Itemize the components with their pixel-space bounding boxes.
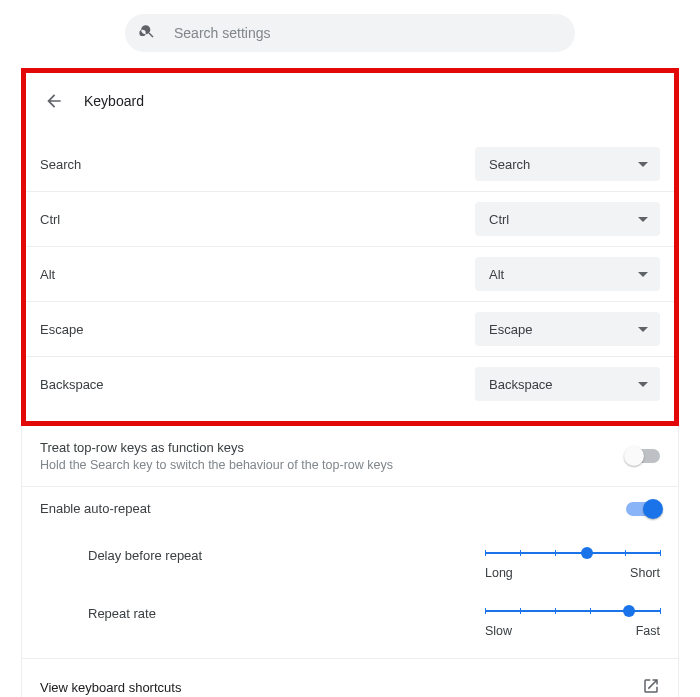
key-mapping-row: EscapeEscape: [26, 301, 674, 356]
dropdown-value: Ctrl: [489, 212, 509, 227]
slider-thumb[interactable]: [581, 547, 593, 559]
key-mapping-row: AltAlt: [26, 246, 674, 301]
key-mapping-label: Ctrl: [40, 212, 60, 227]
key-mapping-dropdown[interactable]: Escape: [475, 312, 660, 346]
search-icon: [139, 23, 156, 43]
delay-slider-row: Delay before repeat Long Short: [40, 532, 660, 590]
view-shortcuts-row[interactable]: View keyboard shortcuts: [22, 658, 678, 697]
chevron-down-icon: [638, 217, 648, 222]
rate-min-label: Slow: [485, 624, 512, 638]
chevron-down-icon: [638, 272, 648, 277]
key-mapping-row: CtrlCtrl: [26, 191, 674, 246]
auto-repeat-row: Enable auto-repeat: [22, 486, 678, 530]
auto-repeat-toggle[interactable]: [626, 502, 660, 516]
key-mapping-dropdown[interactable]: Search: [475, 147, 660, 181]
dropdown-value: Escape: [489, 322, 532, 337]
key-mapping-dropdown[interactable]: Alt: [475, 257, 660, 291]
rate-max-label: Fast: [636, 624, 660, 638]
rate-label: Repeat rate: [88, 604, 156, 621]
function-keys-subtitle: Hold the Search key to switch the behavi…: [40, 458, 393, 472]
function-keys-row: Treat top-row keys as function keys Hold…: [22, 426, 678, 486]
key-mapping-dropdown[interactable]: Ctrl: [475, 202, 660, 236]
key-mapping-label: Alt: [40, 267, 55, 282]
slider-thumb[interactable]: [623, 605, 635, 617]
key-mapping-row: BackspaceBackspace: [26, 356, 674, 411]
rate-slider-row: Repeat rate Slow Fast: [40, 590, 660, 648]
key-mapping-label: Search: [40, 157, 81, 172]
back-button[interactable]: [40, 87, 68, 115]
key-mapping-dropdown[interactable]: Backspace: [475, 367, 660, 401]
auto-repeat-title: Enable auto-repeat: [40, 501, 151, 516]
delay-max-label: Short: [630, 566, 660, 580]
dropdown-value: Search: [489, 157, 530, 172]
function-keys-title: Treat top-row keys as function keys: [40, 440, 393, 455]
dropdown-value: Backspace: [489, 377, 553, 392]
open-external-icon: [642, 677, 660, 697]
delay-slider[interactable]: [485, 546, 660, 560]
search-box[interactable]: [125, 14, 575, 52]
dropdown-value: Alt: [489, 267, 504, 282]
search-input[interactable]: [174, 25, 561, 41]
chevron-down-icon: [638, 382, 648, 387]
function-keys-toggle[interactable]: [626, 449, 660, 463]
key-mapping-row: SearchSearch: [26, 137, 674, 191]
keyboard-mappings-panel: Keyboard SearchSearchCtrlCtrlAltAltEscap…: [21, 68, 679, 426]
rate-slider[interactable]: [485, 604, 660, 618]
chevron-down-icon: [638, 327, 648, 332]
delay-label: Delay before repeat: [88, 546, 202, 563]
key-mapping-label: Escape: [40, 322, 83, 337]
delay-min-label: Long: [485, 566, 513, 580]
view-shortcuts-label: View keyboard shortcuts: [40, 680, 181, 695]
key-mapping-label: Backspace: [40, 377, 104, 392]
page-title: Keyboard: [84, 93, 144, 109]
chevron-down-icon: [638, 162, 648, 167]
